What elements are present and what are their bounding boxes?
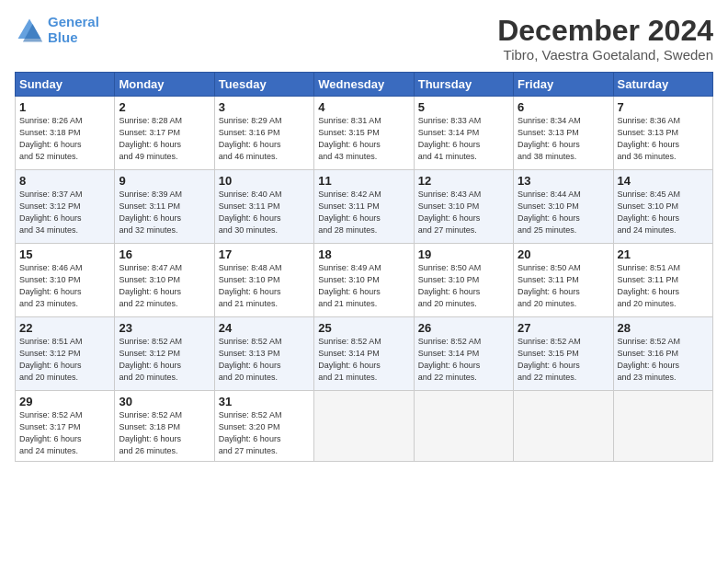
calendar-cell: 2Sunrise: 8:28 AM Sunset: 3:17 PM Daylig…: [115, 97, 214, 170]
day-info: Sunrise: 8:36 AM Sunset: 3:13 PM Dayligh…: [618, 115, 709, 163]
calendar-cell: 19Sunrise: 8:50 AM Sunset: 3:10 PM Dayli…: [414, 244, 513, 317]
day-info: Sunrise: 8:47 AM Sunset: 3:10 PM Dayligh…: [119, 262, 210, 310]
day-number: 6: [518, 100, 609, 114]
day-number: 9: [119, 174, 210, 188]
day-number: 25: [318, 321, 409, 335]
day-number: 18: [318, 247, 409, 261]
calendar-cell: 27Sunrise: 8:52 AM Sunset: 3:15 PM Dayli…: [514, 317, 613, 391]
day-number: 8: [19, 174, 110, 188]
day-number: 1: [19, 100, 110, 114]
calendar-week-1: 1Sunrise: 8:26 AM Sunset: 3:18 PM Daylig…: [16, 97, 713, 170]
day-info: Sunrise: 8:34 AM Sunset: 3:13 PM Dayligh…: [518, 115, 609, 163]
day-info: Sunrise: 8:52 AM Sunset: 3:15 PM Dayligh…: [518, 336, 609, 384]
col-sunday: Sunday: [16, 73, 115, 97]
day-number: 30: [119, 395, 210, 408]
col-monday: Monday: [115, 73, 214, 97]
calendar-cell: 30Sunrise: 8:52 AM Sunset: 3:18 PM Dayli…: [115, 391, 214, 462]
day-info: Sunrise: 8:29 AM Sunset: 3:16 PM Dayligh…: [219, 115, 310, 163]
day-info: Sunrise: 8:50 AM Sunset: 3:11 PM Dayligh…: [518, 262, 609, 310]
calendar-cell: [314, 391, 414, 462]
day-info: Sunrise: 8:51 AM Sunset: 3:11 PM Dayligh…: [618, 262, 709, 310]
day-number: 5: [418, 100, 509, 114]
day-number: 21: [618, 247, 709, 261]
day-info: Sunrise: 8:52 AM Sunset: 3:17 PM Dayligh…: [19, 409, 110, 457]
calendar-cell: 4Sunrise: 8:31 AM Sunset: 3:15 PM Daylig…: [314, 97, 414, 170]
day-number: 2: [119, 100, 210, 114]
day-info: Sunrise: 8:51 AM Sunset: 3:12 PM Dayligh…: [19, 336, 110, 384]
day-info: Sunrise: 8:39 AM Sunset: 3:11 PM Dayligh…: [119, 189, 210, 236]
logo-blue: Blue: [48, 29, 78, 45]
day-info: Sunrise: 8:45 AM Sunset: 3:10 PM Dayligh…: [618, 189, 709, 236]
logo-icon: [15, 16, 44, 45]
calendar-cell: 23Sunrise: 8:52 AM Sunset: 3:12 PM Dayli…: [115, 317, 214, 391]
day-info: Sunrise: 8:52 AM Sunset: 3:18 PM Dayligh…: [119, 409, 210, 457]
day-info: Sunrise: 8:52 AM Sunset: 3:16 PM Dayligh…: [618, 336, 709, 384]
day-info: Sunrise: 8:43 AM Sunset: 3:10 PM Dayligh…: [418, 189, 509, 236]
calendar-cell: 17Sunrise: 8:48 AM Sunset: 3:10 PM Dayli…: [214, 244, 313, 317]
day-number: 22: [19, 321, 110, 335]
calendar: Sunday Monday Tuesday Wednesday Thursday…: [15, 72, 713, 462]
month-title: December 2024: [497, 15, 713, 47]
day-number: 31: [219, 395, 310, 408]
day-number: 24: [219, 321, 310, 335]
calendar-cell: 3Sunrise: 8:29 AM Sunset: 3:16 PM Daylig…: [214, 97, 313, 170]
day-info: Sunrise: 8:28 AM Sunset: 3:17 PM Dayligh…: [119, 115, 210, 163]
calendar-cell: 29Sunrise: 8:52 AM Sunset: 3:17 PM Dayli…: [16, 391, 115, 462]
day-info: Sunrise: 8:52 AM Sunset: 3:14 PM Dayligh…: [318, 336, 409, 384]
day-info: Sunrise: 8:33 AM Sunset: 3:14 PM Dayligh…: [418, 115, 509, 163]
day-number: 26: [418, 321, 509, 335]
day-number: 4: [318, 100, 409, 114]
calendar-cell: 1Sunrise: 8:26 AM Sunset: 3:18 PM Daylig…: [16, 97, 115, 170]
title-block: December 2024 Tibro, Vaestra Goetaland, …: [497, 15, 713, 63]
day-info: Sunrise: 8:46 AM Sunset: 3:10 PM Dayligh…: [19, 262, 110, 310]
day-number: 13: [518, 174, 609, 188]
col-friday: Friday: [514, 73, 613, 97]
col-thursday: Thursday: [414, 73, 513, 97]
day-number: 29: [19, 395, 110, 408]
calendar-week-4: 22Sunrise: 8:51 AM Sunset: 3:12 PM Dayli…: [16, 317, 713, 391]
calendar-cell: 21Sunrise: 8:51 AM Sunset: 3:11 PM Dayli…: [613, 244, 712, 317]
day-info: Sunrise: 8:52 AM Sunset: 3:14 PM Dayligh…: [418, 336, 509, 384]
day-info: Sunrise: 8:48 AM Sunset: 3:10 PM Dayligh…: [219, 262, 310, 310]
calendar-cell: 8Sunrise: 8:37 AM Sunset: 3:12 PM Daylig…: [16, 170, 115, 244]
logo: General Blue: [15, 15, 99, 45]
day-number: 19: [418, 247, 509, 261]
day-info: Sunrise: 8:40 AM Sunset: 3:11 PM Dayligh…: [219, 189, 310, 236]
day-number: 10: [219, 174, 310, 188]
calendar-cell: 7Sunrise: 8:36 AM Sunset: 3:13 PM Daylig…: [613, 97, 712, 170]
calendar-cell: 12Sunrise: 8:43 AM Sunset: 3:10 PM Dayli…: [414, 170, 513, 244]
calendar-cell: 18Sunrise: 8:49 AM Sunset: 3:10 PM Dayli…: [314, 244, 414, 317]
calendar-cell: 6Sunrise: 8:34 AM Sunset: 3:13 PM Daylig…: [514, 97, 613, 170]
calendar-header-row: Sunday Monday Tuesday Wednesday Thursday…: [16, 73, 713, 97]
day-number: 11: [318, 174, 409, 188]
day-info: Sunrise: 8:50 AM Sunset: 3:10 PM Dayligh…: [418, 262, 509, 310]
calendar-cell: 20Sunrise: 8:50 AM Sunset: 3:11 PM Dayli…: [514, 244, 613, 317]
day-number: 7: [618, 100, 709, 114]
calendar-cell: 13Sunrise: 8:44 AM Sunset: 3:10 PM Dayli…: [514, 170, 613, 244]
col-tuesday: Tuesday: [214, 73, 313, 97]
col-wednesday: Wednesday: [314, 73, 414, 97]
calendar-cell: 26Sunrise: 8:52 AM Sunset: 3:14 PM Dayli…: [414, 317, 513, 391]
calendar-week-5: 29Sunrise: 8:52 AM Sunset: 3:17 PM Dayli…: [16, 391, 713, 462]
calendar-cell: 9Sunrise: 8:39 AM Sunset: 3:11 PM Daylig…: [115, 170, 214, 244]
day-number: 17: [219, 247, 310, 261]
calendar-cell: [414, 391, 513, 462]
day-number: 16: [119, 247, 210, 261]
logo-text: General Blue: [48, 15, 99, 45]
day-info: Sunrise: 8:49 AM Sunset: 3:10 PM Dayligh…: [318, 262, 409, 310]
calendar-cell: 5Sunrise: 8:33 AM Sunset: 3:14 PM Daylig…: [414, 97, 513, 170]
day-info: Sunrise: 8:44 AM Sunset: 3:10 PM Dayligh…: [518, 189, 609, 236]
day-number: 12: [418, 174, 509, 188]
day-number: 23: [119, 321, 210, 335]
calendar-cell: 28Sunrise: 8:52 AM Sunset: 3:16 PM Dayli…: [613, 317, 712, 391]
day-number: 20: [518, 247, 609, 261]
day-info: Sunrise: 8:52 AM Sunset: 3:20 PM Dayligh…: [219, 409, 310, 457]
calendar-cell: [514, 391, 613, 462]
day-info: Sunrise: 8:52 AM Sunset: 3:13 PM Dayligh…: [219, 336, 310, 384]
day-info: Sunrise: 8:31 AM Sunset: 3:15 PM Dayligh…: [318, 115, 409, 163]
logo-general: General: [48, 14, 99, 29]
location-title: Tibro, Vaestra Goetaland, Sweden: [497, 47, 713, 63]
day-number: 3: [219, 100, 310, 114]
calendar-cell: 25Sunrise: 8:52 AM Sunset: 3:14 PM Dayli…: [314, 317, 414, 391]
day-number: 14: [618, 174, 709, 188]
